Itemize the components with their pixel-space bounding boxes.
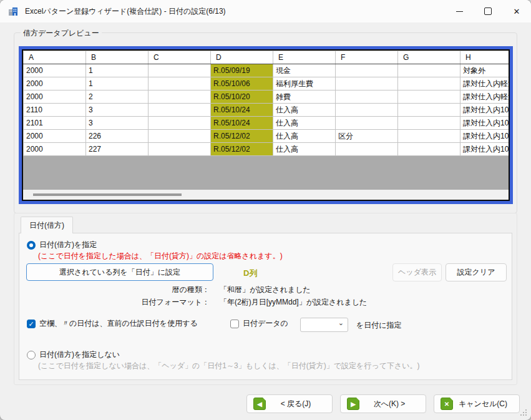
checkbox-blank-date-row[interactable]: ✓ 空欄、〃の日付は、直前の仕訳日付を使用する: [27, 318, 198, 329]
radio-no-specify-date-row[interactable]: 日付(借方)を指定しない: [27, 349, 120, 360]
radio-specify-date-label[interactable]: 日付(借方)を指定: [39, 240, 97, 250]
header-display-button[interactable]: ヘッダ表示: [392, 263, 442, 281]
table-row[interactable]: 2000226R.05/12/02仕入高区分課対仕入内10%...: [24, 130, 510, 143]
clear-settings-button[interactable]: 設定クリア: [446, 263, 507, 281]
radio-specify-date[interactable]: [27, 241, 36, 250]
check-icon: ✓: [28, 320, 34, 328]
cell[interactable]: [398, 117, 460, 130]
cell[interactable]: 2000: [24, 143, 86, 156]
close-button[interactable]: ✕: [502, 0, 531, 22]
cell[interactable]: 現金: [273, 64, 336, 77]
column-header[interactable]: E: [273, 51, 336, 64]
next-button[interactable]: ▶ 次へ(K) >: [340, 394, 426, 413]
cell[interactable]: R.05/12/02: [211, 130, 273, 143]
cell[interactable]: 2000: [24, 90, 86, 104]
cell[interactable]: R.05/10/06: [211, 77, 273, 90]
table-row[interactable]: 21103R.05/10/24仕入高課対仕入内10%...: [24, 104, 510, 117]
cell[interactable]: [398, 77, 460, 90]
preview-table[interactable]: ABCDEFGH 20001R.05/09/19現金対象外20001R.05/1…: [22, 49, 510, 201]
cell[interactable]: 課対仕入内10%...: [460, 104, 510, 117]
horizontal-scrollbar[interactable]: [23, 190, 509, 200]
cell[interactable]: 2110: [24, 104, 86, 117]
table-row[interactable]: 20001R.05/09/19現金対象外: [24, 64, 510, 77]
maximize-button[interactable]: [474, 0, 502, 22]
column-header[interactable]: D: [211, 51, 273, 64]
cell[interactable]: [398, 130, 460, 143]
table-row[interactable]: 21013R.05/10/24仕入高課対仕入内10%...: [24, 117, 510, 130]
cell[interactable]: [149, 64, 211, 77]
cell[interactable]: [336, 143, 398, 156]
cell[interactable]: 課対仕入内軽減: [460, 77, 510, 90]
table-row[interactable]: 20002R.05/10/20雑費課対仕入内軽減: [24, 90, 510, 104]
cell[interactable]: 課対仕入内10%...: [460, 117, 510, 130]
cell[interactable]: [398, 143, 460, 156]
cell[interactable]: R.05/10/24: [211, 117, 273, 130]
cell[interactable]: [398, 64, 460, 77]
column-header[interactable]: H: [460, 51, 510, 64]
table-row[interactable]: 20001R.05/10/06福利厚生費課対仕入内軽減: [24, 77, 510, 90]
minimize-button[interactable]: [445, 0, 474, 22]
cell[interactable]: 2: [86, 90, 149, 104]
cell[interactable]: 福利厚生費: [273, 77, 336, 90]
column-header[interactable]: F: [336, 51, 398, 64]
cell[interactable]: 仕入高: [273, 143, 336, 156]
cell[interactable]: R.05/12/02: [211, 143, 273, 156]
column-header[interactable]: A: [24, 51, 86, 64]
cell[interactable]: [149, 130, 211, 143]
cell[interactable]: 雑費: [273, 90, 336, 104]
cell[interactable]: R.05/10/20: [211, 90, 273, 104]
cell[interactable]: 2101: [24, 117, 86, 130]
cell[interactable]: [398, 90, 460, 104]
date-data-dropdown[interactable]: ⌄: [300, 318, 348, 332]
cell[interactable]: 2000: [24, 64, 86, 77]
cell[interactable]: [336, 77, 398, 90]
cell[interactable]: R.05/10/24: [211, 104, 273, 117]
radio-no-specify-date[interactable]: [27, 351, 36, 359]
cell[interactable]: [149, 104, 211, 117]
cell[interactable]: 2000: [24, 77, 86, 90]
cell[interactable]: 3: [86, 117, 149, 130]
cell[interactable]: 対象外: [460, 64, 510, 77]
cell[interactable]: [336, 117, 398, 130]
cell[interactable]: R.05/09/19: [211, 64, 273, 77]
cell[interactable]: 仕入高: [273, 117, 336, 130]
cell[interactable]: 1: [86, 77, 149, 90]
cell[interactable]: 課対仕入内軽減: [460, 90, 510, 104]
cell[interactable]: 仕入高: [273, 130, 336, 143]
cell[interactable]: 区分: [336, 130, 398, 143]
cell[interactable]: [149, 90, 211, 104]
cell[interactable]: [336, 90, 398, 104]
cell[interactable]: 仕入高: [273, 104, 336, 117]
cell[interactable]: 3: [86, 104, 149, 117]
cell[interactable]: 227: [86, 143, 149, 156]
cancel-button[interactable]: ✕ キャンセル(C): [434, 394, 520, 413]
back-button[interactable]: ◀ < 戻る(J): [246, 394, 333, 413]
scrollbar-thumb[interactable]: [33, 193, 182, 196]
checkbox-date-data-label[interactable]: 日付データの: [243, 318, 288, 329]
radio-no-specify-date-label[interactable]: 日付(借方)を指定しない: [39, 349, 120, 360]
cell[interactable]: 2000: [24, 130, 86, 143]
tab-date-debit[interactable]: 日付(借方): [21, 217, 73, 233]
cell[interactable]: [149, 117, 211, 130]
cell[interactable]: [398, 104, 460, 117]
column-header[interactable]: B: [86, 51, 149, 64]
radio-specify-date-row[interactable]: 日付(借方)を指定: [27, 240, 97, 250]
checkbox-blank-date-label[interactable]: 空欄、〃の日付は、直前の仕訳日付を使用する: [39, 318, 198, 329]
column-header[interactable]: G: [398, 51, 460, 64]
checkbox-date-data[interactable]: ✓: [230, 320, 239, 328]
resize-grip[interactable]: [520, 409, 528, 417]
table-row[interactable]: 2000227R.05/12/02仕入高課対仕入内10%...: [24, 143, 510, 156]
cell[interactable]: [149, 143, 211, 156]
cell[interactable]: [149, 77, 211, 90]
set-selected-column-button[interactable]: 選択されている列を「日付」に設定: [26, 263, 213, 281]
checkbox-blank-date[interactable]: ✓: [27, 320, 36, 328]
checkbox-date-data-row[interactable]: ✓ 日付データの: [230, 318, 288, 329]
cell[interactable]: 課対仕入内10%...: [460, 130, 510, 143]
column-header[interactable]: C: [149, 51, 211, 64]
cell[interactable]: 1: [86, 64, 149, 77]
titlebar: Excelパターン登録ウィザード(複合仕訳) - 日付の設定(6/13) ✕: [0, 0, 531, 22]
cell[interactable]: [336, 64, 398, 77]
cell[interactable]: 課対仕入内10%...: [460, 143, 510, 156]
cell[interactable]: 226: [86, 130, 149, 143]
cell[interactable]: [336, 104, 398, 117]
